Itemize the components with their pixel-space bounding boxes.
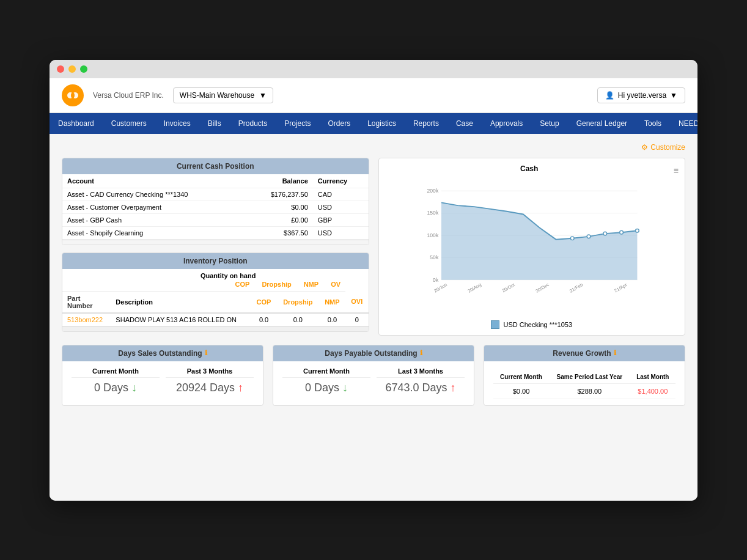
svg-point-2 (71, 92, 75, 98)
days-sales-info-icon[interactable]: ℹ (205, 349, 207, 357)
nmp-cell: 0.0 (319, 313, 345, 326)
revenue-growth-body: Current Month Same Period Last Year Last… (484, 361, 685, 405)
svg-point-16 (619, 230, 623, 234)
days-sales-panel: Days Sales Outstanding ℹ Current Month 0… (62, 345, 263, 406)
nav-setup[interactable]: Setup (531, 113, 567, 134)
svg-point-13 (570, 236, 574, 240)
account-cell: Asset - Shopify Clearning (62, 226, 246, 239)
cash-position-table: Account Balance Currency Asset - CAD Cur… (62, 174, 369, 240)
balance-cell: $176,237.50 (246, 188, 313, 201)
nav-invoices[interactable]: Invoices (155, 113, 199, 134)
days-sales-cols: Current Month 0 Days ↓ Past 3 Months 209… (72, 367, 254, 394)
inventory-table-container[interactable]: Quantity on hand COP Dropship NMP OV (62, 269, 369, 326)
nav-tools[interactable]: Tools (636, 113, 670, 134)
maximize-button[interactable] (80, 65, 87, 73)
cash-chart-svg: 200k 150k 100k 50k 0k (385, 181, 679, 315)
currency-cell: CAD (313, 188, 369, 201)
table-row: Asset - CAD Currency Checking ***1340 $1… (62, 188, 369, 201)
revenue-table: Current Month Same Period Last Year Last… (493, 370, 675, 399)
days-payable-header: Days Payable Outstanding ℹ (273, 345, 474, 361)
nav-projects[interactable]: Projects (276, 113, 319, 134)
col-currency: Currency (313, 174, 369, 188)
revenue-last-month-value: $1,400.00 (630, 383, 675, 399)
legend-color-box (491, 320, 499, 329)
scroll-hint (62, 240, 369, 245)
minimize-button[interactable] (68, 65, 76, 73)
col-part-num-sub: PartNumber (62, 291, 111, 313)
balance-cell: $367.50 (246, 226, 313, 239)
header-left: Versa Cloud ERP Inc. WHS-Main Warehouse … (62, 84, 273, 106)
app-header: Versa Cloud ERP Inc. WHS-Main Warehouse … (50, 78, 697, 113)
days-payable-info-icon[interactable]: ℹ (420, 349, 422, 357)
nav-general-ledger[interactable]: General Ledger (568, 113, 636, 134)
svg-text:20/Dec: 20/Dec (534, 281, 550, 293)
cash-position-table-container[interactable]: Account Balance Currency Asset - CAD Cur… (62, 174, 369, 240)
nav-reports[interactable]: Reports (405, 113, 447, 134)
svg-text:21/Apr: 21/Apr (613, 282, 628, 293)
svg-text:21/Feb: 21/Feb (569, 281, 584, 293)
balance-cell: £0.00 (246, 213, 313, 226)
days-sales-past-col: Past 3 Months 20924 Days ↑ (166, 367, 254, 394)
revenue-growth-info-icon[interactable]: ℹ (614, 349, 616, 357)
legend-label: USD Checking ***1053 (503, 321, 572, 328)
revenue-growth-header: Revenue Growth ℹ (484, 345, 685, 361)
chevron-down-icon: ▼ (670, 91, 677, 100)
main-content: ⚙ Customize Current Cash Position (50, 134, 697, 501)
days-payable-body: Current Month 0 Days ↓ Last 3 Months 674… (273, 361, 474, 400)
ov-cell: 0 (345, 313, 368, 326)
nav-approvals[interactable]: Approvals (482, 113, 531, 134)
cash-chart-panel: Cash ≡ 200k 150k 100k 50k 0k (378, 158, 686, 336)
days-sales-current-col: Current Month 0 Days ↓ (72, 367, 160, 394)
chart-menu-icon[interactable]: ≡ (674, 166, 679, 175)
inventory-position-panel: Inventory Position Quantity on hand (62, 252, 369, 332)
main-nav: Dashboard Customers Invoices Bills Produ… (50, 113, 697, 134)
customize-button[interactable]: ⚙ Customize (62, 143, 685, 152)
days-payable-current-value: 0 Days ↓ (282, 381, 370, 394)
bottom-grid: Days Sales Outstanding ℹ Current Month 0… (62, 345, 685, 406)
table-row: 513bom222 SHADOW PLAY 513 AC16 ROLLED ON… (62, 313, 369, 326)
days-sales-past-value: 20924 Days ↑ (166, 381, 254, 394)
svg-text:50k: 50k (430, 254, 439, 260)
revenue-col-last-year: Same Period Last Year (549, 370, 630, 384)
close-button[interactable] (57, 65, 64, 73)
company-name: Versa Cloud ERP Inc. (93, 91, 164, 100)
account-cell: Asset - Customer Overpayment (62, 201, 246, 213)
col-qty: Quantity on hand COP Dropship NMP OV (111, 269, 345, 292)
main-window: Versa Cloud ERP Inc. WHS-Main Warehouse … (50, 60, 697, 501)
warehouse-selector[interactable]: WHS-Main Warehouse ▼ (173, 87, 273, 103)
nav-dashboard[interactable]: Dashboard (50, 113, 103, 134)
days-sales-header: Days Sales Outstanding ℹ (62, 345, 263, 361)
svg-point-17 (635, 229, 639, 232)
chart-title: Cash (520, 164, 538, 173)
col-ov-sub: OVI (345, 291, 368, 313)
svg-point-14 (587, 235, 591, 238)
nav-help[interactable]: NEED HELP ? (670, 113, 697, 134)
nav-orders[interactable]: Orders (320, 113, 359, 134)
col-cop-sub: COP (251, 291, 277, 313)
nav-logistics[interactable]: Logistics (359, 113, 405, 134)
svg-text:20/Aug: 20/Aug (466, 281, 482, 293)
svg-point-15 (603, 232, 606, 235)
days-payable-panel: Days Payable Outstanding ℹ Current Month… (273, 345, 474, 406)
col-nmp-sub: NMP (319, 291, 345, 313)
nav-case[interactable]: Case (447, 113, 482, 134)
revenue-growth-panel: Revenue Growth ℹ Current Month Same Peri… (484, 345, 685, 406)
col-desc-sub: Description (111, 291, 251, 313)
revenue-last-year-value: $288.00 (549, 383, 630, 399)
cop-cell: 0.0 (251, 313, 277, 326)
balance-cell: $0.00 (246, 201, 313, 213)
part-number-cell[interactable]: 513bom222 (62, 313, 111, 326)
nav-products[interactable]: Products (230, 113, 276, 134)
nav-bills[interactable]: Bills (199, 113, 230, 134)
account-cell: Asset - GBP Cash (62, 213, 246, 226)
main-grid: Current Cash Position Account Balance Cu… (62, 158, 685, 336)
chart-legend: USD Checking ***1053 (385, 320, 679, 329)
days-sales-body: Current Month 0 Days ↓ Past 3 Months 209… (62, 361, 263, 400)
nav-customers[interactable]: Customers (103, 113, 155, 134)
left-panels: Current Cash Position Account Balance Cu… (62, 158, 369, 336)
currency-cell: GBP (313, 213, 369, 226)
user-menu[interactable]: 👤 Hi yvette.versa ▼ (597, 87, 685, 103)
col-part-number (62, 269, 111, 292)
svg-text:20/Jun: 20/Jun (433, 282, 447, 293)
inventory-scroll-hint (62, 326, 369, 331)
